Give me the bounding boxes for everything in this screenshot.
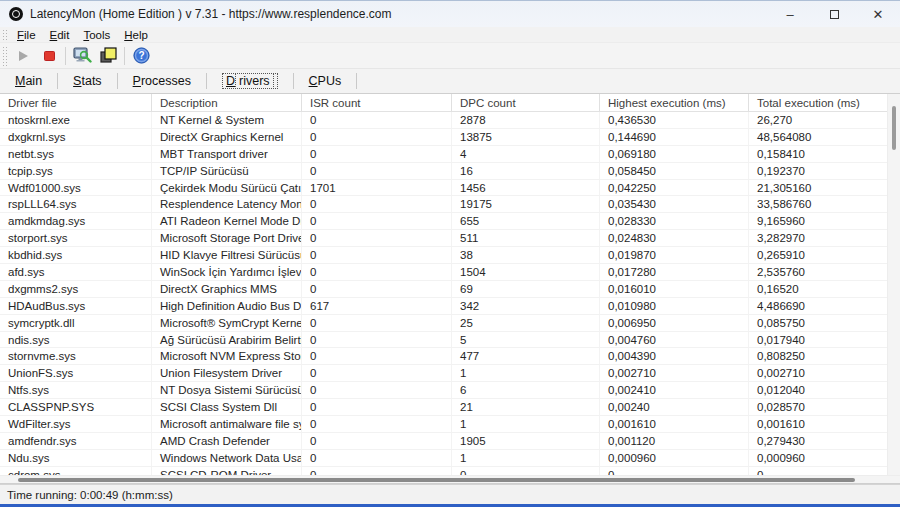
horizontal-scrollbar-thumb[interactable] [18,478,855,482]
description-cell: WinSock İçin Yardımcı İşlev Sü... [152,264,302,280]
table-row[interactable]: symcryptk.dll Microsoft® SymCrypt Kernel… [0,315,900,332]
table-header: Driver file Description ISR count DPC co… [0,94,900,112]
total-execution-cell: 0,279430 [749,433,900,449]
column-header-isr-count[interactable]: ISR count [302,94,452,111]
highest-execution-cell: 0,042250 [600,180,749,196]
table-row[interactable]: HDAudBus.sys High Definition Audio Bus D… [0,298,900,315]
help-button[interactable]: ? [128,45,154,67]
isr-count-cell: 0 [302,332,452,348]
dpc-count-cell: 4 [452,146,600,162]
toolbar-separator [65,47,66,65]
driver-file-cell: stornvme.sys [0,348,152,364]
dpc-count-cell: 5 [452,332,600,348]
dpc-count-cell: 477 [452,348,600,364]
dpc-count-cell: 38 [452,247,600,263]
isr-count-cell: 0 [302,213,452,229]
total-execution-cell: 33,586760 [749,196,900,212]
vertical-scrollbar[interactable] [887,94,900,475]
highest-execution-cell: 0,144690 [600,129,749,145]
menu-tools[interactable]: Tools [76,27,117,42]
report-button[interactable] [69,45,95,67]
menu-file[interactable]: File [10,27,43,42]
table-row[interactable]: amdkmdag.sys ATI Radeon Kernel Mode Driv… [0,213,900,230]
column-header-driver-file[interactable]: Driver file [0,94,152,111]
table-row[interactable]: kbdhid.sys HID Klavye Filtresi Sürücüsü … [0,247,900,264]
table-row[interactable]: netbt.sys MBT Transport driver 0 4 0,069… [0,146,900,163]
isr-count-cell: 0 [302,382,452,398]
tab-main[interactable]: Main [5,72,52,90]
table-row[interactable]: ntoskrnl.exe NT Kernel & System 0 2878 0… [0,112,900,129]
column-header-dpc-count[interactable]: DPC count [452,94,600,111]
close-icon: ✕ [873,7,884,22]
minimize-button[interactable]: – [768,1,812,27]
description-cell: AMD Crash Defender [152,433,302,449]
copy-report-button[interactable] [95,45,121,67]
total-execution-cell: 21,305160 [749,180,900,196]
driver-file-cell: UnionFS.sys [0,365,152,381]
horizontal-scrollbar[interactable] [0,475,900,483]
dpc-count-cell: 25 [452,315,600,331]
isr-count-cell: 0 [302,264,452,280]
vertical-scrollbar-thumb[interactable] [892,106,896,150]
highest-execution-cell: 0,004760 [600,332,749,348]
isr-count-cell: 617 [302,298,452,314]
description-cell: TCP/IP Sürücüsü [152,163,302,179]
tab-stats[interactable]: Stats [63,72,112,90]
column-header-total-execution[interactable]: Total execution (ms) [749,94,900,111]
description-cell: Union Filesystem Driver [152,365,302,381]
latencymon-window: LatencyMon (Home Edition ) v 7.31 - http… [0,0,900,507]
title-bar: LatencyMon (Home Edition ) v 7.31 - http… [0,1,900,27]
isr-count-cell: 0 [302,129,452,145]
time-running-text: Time running: 0:00:49 (h:mm:ss) [7,489,173,501]
table-row[interactable]: afd.sys WinSock İçin Yardımcı İşlev Sü..… [0,264,900,281]
highest-execution-cell: 0,058450 [600,163,749,179]
table-row[interactable]: rspLLL64.sys Resplendence Latency Monit.… [0,196,900,213]
column-header-highest-execution[interactable]: Highest execution (ms) [600,94,749,111]
maximize-button[interactable] [812,1,856,27]
table-row[interactable]: Ndu.sys Windows Network Data Usag... 0 1… [0,450,900,467]
close-button[interactable]: ✕ [856,1,900,27]
description-cell: Microsoft Storage Port Driver [152,230,302,246]
tab-processes[interactable]: Processes [123,72,201,90]
stop-monitor-button[interactable] [36,45,62,67]
table-row[interactable]: dxgkrnl.sys DirectX Graphics Kernel 0 13… [0,129,900,146]
table-row[interactable]: stornvme.sys Microsoft NVM Express Storp… [0,348,900,365]
tool-bar: ? [0,43,900,69]
total-execution-cell: 0,808250 [749,348,900,364]
highest-execution-cell: 0,002410 [600,382,749,398]
description-cell: High Definition Audio Bus Dri... [152,298,302,314]
table-row[interactable]: Wdf01000.sys Çekirdek Modu Sürücü Çatısı… [0,180,900,197]
table-row[interactable]: storport.sys Microsoft Storage Port Driv… [0,230,900,247]
table-row[interactable]: Ntfs.sys NT Dosya Sistemi Sürücüsü 0 6 0… [0,382,900,399]
dpc-count-cell: 16 [452,163,600,179]
total-execution-cell: 2,535760 [749,264,900,280]
dpc-count-cell: 1905 [452,433,600,449]
total-execution-cell: 4,486690 [749,298,900,314]
app-icon [9,7,23,21]
table-row[interactable]: UnionFS.sys Union Filesystem Driver 0 1 … [0,365,900,382]
menu-help[interactable]: Help [117,27,155,42]
column-header-description[interactable]: Description [152,94,302,111]
table-row[interactable]: tcpip.sys TCP/IP Sürücüsü 0 16 0,058450 … [0,163,900,180]
stop-icon [44,51,55,61]
table-row[interactable]: dxgmms2.sys DirectX Graphics MMS 0 69 0,… [0,281,900,298]
dpc-count-cell: 1 [452,365,600,381]
driver-file-cell: ndis.sys [0,332,152,348]
total-execution-cell: 0,265910 [749,247,900,263]
total-execution-cell: 26,270 [749,112,900,128]
start-monitor-button[interactable] [10,45,36,67]
menu-edit[interactable]: Edit [43,27,77,42]
table-row[interactable]: CLASSPNP.SYS SCSI Class System Dll 0 21 … [0,399,900,416]
tab-drivers[interactable]: Drivers [212,71,288,91]
total-execution-cell: 0,158410 [749,146,900,162]
tab-cpus[interactable]: CPUs [299,72,352,90]
driver-file-cell: amdkmdag.sys [0,213,152,229]
table-row[interactable]: amdfendr.sys AMD Crash Defender 0 1905 0… [0,433,900,450]
total-execution-cell: 0,028570 [749,399,900,415]
highest-execution-cell: 0,001120 [600,433,749,449]
drivers-table: Driver file Description ISR count DPC co… [0,93,900,484]
table-row[interactable]: ndis.sys Ağ Sürücüsü Arabirim Belirtim..… [0,332,900,349]
dpc-count-cell: 2878 [452,112,600,128]
table-row[interactable]: WdFilter.sys Microsoft antimalware file … [0,416,900,433]
total-execution-cell: 0,001610 [749,416,900,432]
